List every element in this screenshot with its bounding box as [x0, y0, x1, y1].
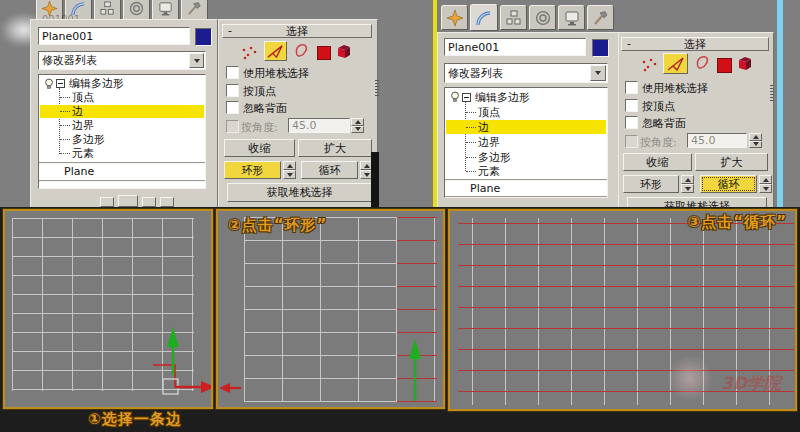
panel-scrollbar[interactable]: [770, 85, 774, 101]
spinner-up-icon[interactable]: [351, 118, 364, 126]
tab-hierarchy[interactable]: [94, 0, 121, 20]
stack-item-border[interactable]: 边界: [446, 135, 606, 149]
border-mode-icon[interactable]: [294, 43, 309, 60]
modifier-list-label: 修改器列表: [448, 66, 503, 81]
stack-item-editpoly[interactable]: 编辑多边形: [446, 90, 606, 104]
tab-create[interactable]: [441, 5, 468, 30]
ring-button-active[interactable]: 环形: [224, 161, 281, 179]
loop-spinner[interactable]: [759, 175, 772, 193]
selection-rollout-header[interactable]: - 选择: [621, 37, 769, 51]
loop-button-active[interactable]: 循环: [700, 175, 757, 193]
dropdown-arrow-button[interactable]: [590, 65, 606, 81]
stack-item-edge-selected[interactable]: 边: [40, 105, 204, 118]
spinner-down-icon[interactable]: [749, 141, 762, 149]
spinner-down-icon[interactable]: [681, 184, 694, 193]
get-stack-selection-button[interactable]: 获取堆栈选择: [227, 183, 372, 202]
viewport-step2[interactable]: ②点击“环形”: [216, 209, 445, 409]
element-mode-icon[interactable]: [736, 55, 753, 72]
by-angle-value: 45.0: [691, 134, 716, 147]
step1-label: ①选择一条边: [88, 410, 182, 429]
shrink-button[interactable]: 收缩: [623, 153, 692, 171]
stack-toolbar-button[interactable]: [118, 195, 138, 207]
spinner-up-icon[interactable]: [749, 133, 762, 141]
stack-base-object[interactable]: Plane: [40, 165, 204, 178]
ring-button[interactable]: 环形: [623, 175, 679, 193]
edge-mode-button-active[interactable]: [264, 41, 287, 61]
ring-spinner[interactable]: [681, 175, 694, 193]
object-color-swatch[interactable]: [592, 39, 609, 57]
element-mode-icon[interactable]: [335, 43, 352, 60]
by-angle-value-field[interactable]: 45.0: [687, 133, 747, 148]
spinner-down-icon[interactable]: [351, 126, 364, 134]
grow-button[interactable]: 扩大: [298, 139, 372, 157]
grow-button[interactable]: 扩大: [695, 153, 768, 171]
collapse-minus-icon[interactable]: [462, 93, 471, 102]
stack-toolbar-button[interactable]: [142, 197, 156, 207]
vertex-mode-icon[interactable]: [242, 44, 258, 60]
tab-hierarchy[interactable]: [500, 5, 527, 30]
gizmo-y-axis-arrow[interactable]: [404, 337, 426, 407]
ignore-backfacing-checkbox[interactable]: [226, 101, 239, 114]
polygon-mode-icon[interactable]: [317, 46, 331, 60]
move-gizmo[interactable]: [139, 323, 213, 409]
stack-base-object[interactable]: Plane: [446, 181, 606, 195]
stack-item-polygon[interactable]: 多边形: [446, 150, 606, 164]
ignore-backfacing-checkbox[interactable]: [625, 116, 638, 129]
divider: [445, 196, 607, 198]
spinner-up-icon[interactable]: [681, 175, 694, 184]
shrink-button[interactable]: 收缩: [224, 139, 295, 157]
ring-spinner[interactable]: [283, 161, 296, 179]
stack-item-polygon[interactable]: 多边形: [40, 133, 204, 146]
by-vertex-checkbox[interactable]: [226, 84, 239, 97]
panel-scrollbar[interactable]: [375, 80, 379, 96]
tab-display[interactable]: [152, 0, 179, 20]
viewport-step3[interactable]: ③点击“循环” 3D学院: [448, 209, 797, 411]
by-angle-checkbox[interactable]: [226, 120, 239, 133]
by-angle-value-field[interactable]: 45.0: [288, 118, 350, 133]
gizmo-x-axis-arrow[interactable]: [219, 381, 241, 395]
stack-item-editpoly[interactable]: 编辑多边形: [40, 77, 204, 90]
edge-mode-button-active[interactable]: [663, 53, 688, 74]
viewport-step1[interactable]: [3, 209, 213, 409]
rollout-title: 选择: [286, 24, 308, 39]
object-name-field[interactable]: Plane001: [38, 27, 190, 45]
modifier-list-dropdown[interactable]: 修改器列表: [38, 51, 206, 70]
stack-item-border[interactable]: 边界: [40, 119, 204, 132]
stack-toolbar-button[interactable]: [160, 197, 174, 207]
vertex-mode-icon[interactable]: [642, 56, 658, 72]
object-name-field[interactable]: Plane001: [444, 38, 586, 56]
by-vertex-checkbox[interactable]: [625, 99, 638, 112]
object-color-swatch[interactable]: [195, 28, 212, 46]
tab-motion[interactable]: [529, 5, 556, 30]
collapse-minus-icon[interactable]: [56, 79, 65, 88]
stack-item-label: 多边形: [72, 132, 105, 147]
modifier-list-dropdown[interactable]: 修改器列表: [444, 63, 608, 83]
stack-item-vertex[interactable]: 顶点: [446, 105, 606, 119]
spinner-down-icon[interactable]: [759, 184, 772, 193]
loop-button[interactable]: 循环: [301, 161, 358, 179]
by-angle-checkbox[interactable]: [625, 135, 638, 148]
stack-item-edge-selected[interactable]: 边: [446, 120, 606, 134]
by-angle-spinner[interactable]: [749, 133, 762, 148]
spinner-down-icon[interactable]: [283, 170, 296, 179]
tab-modify-active[interactable]: [470, 4, 498, 31]
utilities-tab-icon: [187, 1, 202, 16]
selection-rollout-header[interactable]: - 选择: [222, 24, 372, 38]
stack-toolbar-button[interactable]: [100, 197, 114, 207]
tab-utilities[interactable]: [587, 5, 614, 30]
dropdown-arrow-button[interactable]: [189, 53, 204, 68]
spinner-up-icon[interactable]: [759, 175, 772, 184]
stack-item-vertex[interactable]: 顶点: [40, 91, 204, 104]
tab-utilities[interactable]: [181, 0, 208, 20]
tab-display[interactable]: [558, 5, 585, 30]
by-angle-spinner[interactable]: [351, 118, 364, 133]
use-stack-selection-checkbox[interactable]: [625, 81, 638, 94]
stack-item-element[interactable]: 元素: [40, 147, 204, 160]
stack-item-element[interactable]: 元素: [446, 164, 606, 178]
use-stack-selection-checkbox[interactable]: [226, 66, 239, 79]
border-mode-icon[interactable]: [695, 55, 710, 72]
spinner-up-icon[interactable]: [283, 161, 296, 170]
polygon-mode-icon[interactable]: [717, 58, 732, 73]
tab-motion[interactable]: [123, 0, 150, 20]
modifier-stack-tree: 编辑多边形 顶点 边 边界 多边形 元素 Plane: [38, 74, 206, 189]
